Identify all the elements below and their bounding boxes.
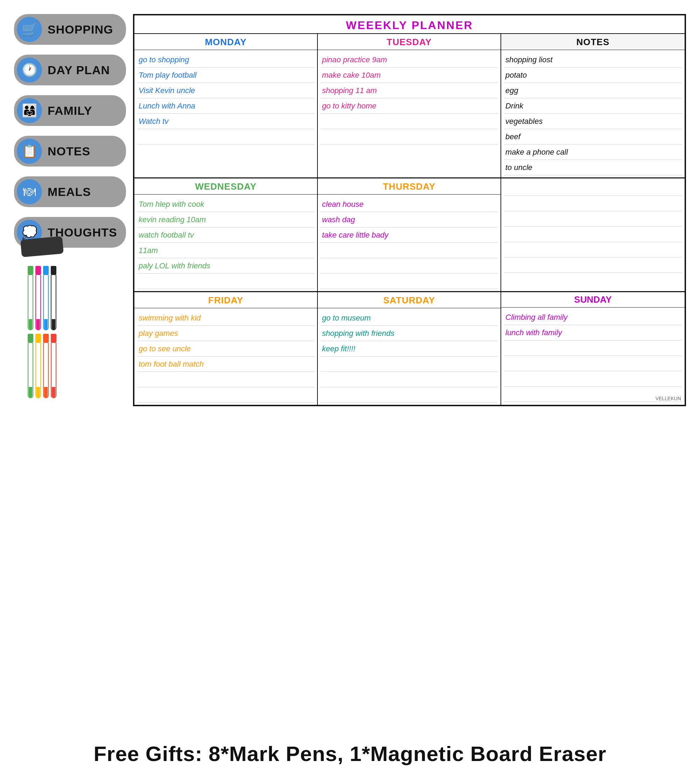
gift-text: Free Gifts: 8*Mark Pens, 1*Magnetic Boar…	[0, 742, 700, 765]
planner-title-row: WEEEKLY PLANNER	[134, 15, 685, 34]
eraser	[20, 236, 64, 257]
wednesday-content: Tom hlep with cook kevin reading 10am wa…	[134, 195, 317, 291]
gift-text-content: Free Gifts: 8*Mark Pens, 1*Magnetic Boar…	[93, 742, 606, 765]
mid-empty-cell	[501, 178, 685, 291]
planner-board: WEEEKLY PLANNER MONDAY go to shopping To…	[133, 14, 686, 406]
monday-cell: MONDAY go to shopping Tom play football …	[134, 34, 318, 177]
thursday-entry-4	[321, 243, 498, 258]
saturday-entry-2: shopping with friends	[321, 326, 498, 341]
wednesday-entry-3: watch football tv	[137, 228, 314, 243]
wednesday-entry-2: kevin reading 10am	[137, 212, 314, 228]
sidebar-item-notes[interactable]: 📋 NOTES	[14, 136, 126, 166]
notes-entry-4: Drink	[504, 98, 682, 114]
friday-content: swimming with kid play games go to see u…	[134, 308, 317, 405]
tuesday-entry-1: pinao practice 9am	[321, 52, 498, 68]
row-mid: WEDNESDAY Tom hlep with cook kevin readi…	[134, 178, 685, 292]
wednesday-entry-5: paly LOL with friends	[137, 258, 314, 274]
friday-entry-5	[137, 372, 314, 388]
sunday-content: Climbing all family lunch with family	[501, 308, 685, 404]
thursday-entry-1: clean house	[321, 197, 498, 212]
notes-entry-8: to uncle	[504, 160, 682, 175]
friday-header: FRIDAY	[134, 292, 317, 308]
saturday-entry-4	[321, 356, 498, 372]
wednesday-entry-1: Tom hlep with cook	[137, 197, 314, 212]
monday-entry-4: Lunch with Anna	[137, 98, 314, 114]
notes-icon: 📋	[17, 138, 42, 164]
row-top: MONDAY go to shopping Tom play football …	[134, 34, 685, 178]
sidebar-item-dayplan[interactable]: 🕐 DAY PLAN	[14, 55, 126, 85]
sidebar-item-shopping[interactable]: 🛒 SHOPPING	[14, 14, 126, 45]
tuesday-entry-4: go to kitty home	[321, 98, 498, 114]
pen-black	[51, 274, 57, 330]
sidebar-label-notes: NOTES	[48, 145, 90, 158]
notes-entry-1: shopping liost	[504, 52, 682, 68]
pens-group	[28, 266, 57, 398]
notes-entry-2: potato	[504, 68, 682, 83]
pen-green	[28, 274, 33, 330]
tuesday-content: pinao practice 9am make cake 10am shoppi…	[318, 50, 500, 146]
sunday-entry-2: lunch with family	[504, 325, 682, 341]
notes-entry-6: beef	[504, 129, 682, 145]
planner-title: WEEEKLY PLANNER	[346, 19, 473, 32]
pen-yellow	[35, 342, 41, 398]
wednesday-entry-6	[137, 274, 314, 289]
sunday-entry-3	[504, 341, 682, 356]
pen-green-2	[28, 342, 33, 398]
tuesday-entry-6	[321, 129, 498, 145]
sidebar: 🛒 SHOPPING 🕐 DAY PLAN 👨‍👩‍👧 FAMILY 📋 NOT…	[14, 14, 126, 248]
pen-orange	[43, 342, 48, 398]
saturday-entry-5	[321, 372, 498, 388]
sunday-cell: SUNDAY Climbing all family lunch with fa…	[501, 292, 685, 405]
thursday-entry-3: take care little bady	[321, 228, 498, 243]
tuesday-header: TUESDAY	[318, 34, 500, 50]
notes-cell: NOTES shopping liost potato egg Drink ve…	[501, 34, 685, 177]
saturday-entry-1: go to museum	[321, 310, 498, 326]
monday-entry-1: go to shopping	[137, 52, 314, 68]
saturday-entry-6	[321, 388, 498, 403]
sunday-entry-1: Climbing all family	[504, 309, 682, 325]
tuesday-entry-5	[321, 114, 498, 129]
friday-entry-1: swimming with kid	[137, 310, 314, 326]
monday-content: go to shopping Tom play football Visit K…	[134, 50, 317, 146]
monday-entry-2: Tom play football	[137, 68, 314, 83]
thursday-cell: THURSDAY clean house wash dag take care …	[318, 178, 501, 291]
monday-header: MONDAY	[134, 34, 317, 50]
pen-row-bottom	[28, 334, 57, 398]
notes-header: NOTES	[501, 34, 685, 50]
sunday-entry-6	[504, 387, 682, 402]
pen-blue	[43, 274, 48, 330]
sidebar-item-meals[interactable]: 🍽 MEALS	[14, 176, 126, 207]
friday-entry-2: play games	[137, 326, 314, 341]
notes-content: shopping liost potato egg Drink vegetabl…	[501, 50, 685, 177]
thursday-entry-2: wash dag	[321, 212, 498, 228]
tuesday-cell: TUESDAY pinao practice 9am make cake 10a…	[318, 34, 501, 177]
sunday-header: SUNDAY	[501, 292, 685, 308]
sidebar-label-dayplan: DAY PLAN	[48, 63, 110, 77]
sidebar-label-family: FAMILY	[48, 104, 92, 118]
friday-cell: FRIDAY swimming with kid play games go t…	[134, 292, 318, 405]
sunday-entry-5	[504, 371, 682, 387]
monday-entry-3: Visit Kevin uncle	[137, 83, 314, 98]
accessories	[21, 238, 63, 398]
mid-empty-content	[501, 178, 685, 275]
tuesday-entry-3: shopping 11 am	[321, 83, 498, 98]
notes-entry-7: make a phone call	[504, 145, 682, 160]
thursday-header: THURSDAY	[318, 178, 500, 195]
thursday-content: clean house wash dag take care little ba…	[318, 195, 500, 291]
family-icon: 👨‍👩‍👧	[17, 98, 42, 123]
saturday-entry-3: keep fit!!!!	[321, 341, 498, 356]
tuesday-entry-2: make cake 10am	[321, 68, 498, 83]
pen-red	[51, 342, 57, 398]
friday-entry-3: go to see uncle	[137, 341, 314, 356]
meals-icon: 🍽	[17, 179, 42, 205]
monday-entry-5: Watch tv	[137, 114, 314, 129]
notes-entry-5: vegetables	[504, 114, 682, 129]
wednesday-entry-4: 11am	[137, 243, 314, 258]
notes-entry-3: egg	[504, 83, 682, 98]
saturday-cell: SATURDAY go to museum shopping with frie…	[318, 292, 501, 405]
thursday-entry-6	[321, 274, 498, 289]
sidebar-label-meals: MEALS	[48, 185, 91, 199]
sidebar-item-family[interactable]: 👨‍👩‍👧 FAMILY	[14, 95, 126, 126]
friday-entry-6	[137, 388, 314, 403]
saturday-content: go to museum shopping with friends keep …	[318, 308, 500, 405]
